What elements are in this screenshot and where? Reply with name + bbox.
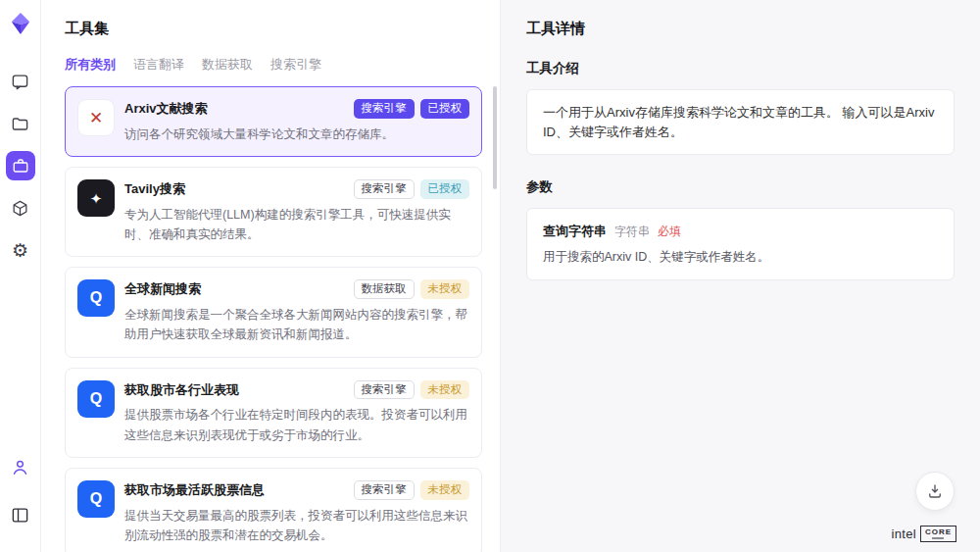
auth-status-badge: 未授权 <box>420 380 470 400</box>
tool-icon <box>77 380 115 418</box>
intel-core-logo: intel CORE <box>892 526 956 543</box>
auth-status-badge: 未授权 <box>420 480 470 500</box>
category-badge: 搜索引擎 <box>354 99 415 119</box>
category-badge: 搜索引擎 <box>354 380 415 400</box>
app-logo-icon <box>10 12 31 35</box>
intro-section-title: 工具介绍 <box>526 60 955 77</box>
parameter-type: 字符串 <box>614 224 650 240</box>
required-badge: 必填 <box>658 224 681 240</box>
tool-name: Tavily搜索 <box>124 180 185 198</box>
tool-card[interactable]: 获取股市各行业表现 搜索引擎 未授权 提供股票市场各个行业在特定时间段内的表现。… <box>65 368 482 458</box>
core-badge: CORE <box>920 526 956 543</box>
tool-icon <box>77 179 115 217</box>
folder-icon[interactable] <box>6 109 35 138</box>
gear-icon[interactable]: ⚙ <box>6 235 35 265</box>
category-badge: 搜索引擎 <box>354 480 415 500</box>
briefcase-icon[interactable] <box>6 151 35 180</box>
cube-icon[interactable] <box>6 193 35 223</box>
tab-search-engine[interactable]: 搜索引擎 <box>270 56 321 74</box>
parameter-name: 查询字符串 <box>543 223 607 240</box>
app-window: ⚙ 工具集 所有类别 语言翻译 数据获取 搜索引擎 <box>0 0 980 552</box>
category-tabs: 所有类别 语言翻译 数据获取 搜索引擎 <box>65 56 482 74</box>
tool-card[interactable]: Arxiv文献搜索 搜索引擎 已授权 访问各个研究领域大量科学论文和文章的存储库… <box>65 86 482 157</box>
auth-status-badge: 已授权 <box>420 179 470 199</box>
tool-description: 访问各个研究领域大量科学论文和文章的存储库。 <box>124 125 469 144</box>
rail-bottom <box>6 452 35 542</box>
tab-language-translate[interactable]: 语言翻译 <box>133 56 184 74</box>
core-badge-subtext <box>932 537 944 539</box>
tool-description: 专为人工智能代理(LLM)构建的搜索引擎工具，可快速提供实时、准确和真实的结果。 <box>124 205 469 245</box>
tool-name: 全球新闻搜索 <box>124 280 201 298</box>
tool-list-panel: 工具集 所有类别 语言翻译 数据获取 搜索引擎 Arxiv文献搜索 搜索引擎 已… <box>41 0 500 552</box>
tool-name: 获取股市各行业表现 <box>124 381 239 399</box>
tool-name: 获取市场最活跃股票信息 <box>124 481 265 499</box>
tab-data-fetch[interactable]: 数据获取 <box>202 56 253 74</box>
auth-status-badge: 已授权 <box>420 99 470 119</box>
tool-description: 提供当天交易量最高的股票列表，投资者可以利用这些信息来识别流动性强的股票和潜在的… <box>124 506 469 546</box>
tool-list: Arxiv文献搜索 搜索引擎 已授权 访问各个研究领域大量科学论文和文章的存储库… <box>65 86 482 552</box>
tool-name: Arxiv文献搜索 <box>124 100 208 118</box>
tool-card[interactable]: 获取市场最活跃股票信息 搜索引擎 未授权 提供当天交易量最高的股票列表，投资者可… <box>65 468 482 552</box>
tool-description: 全球新闻搜索是一个聚合全球各大新闻网站内容的搜索引擎，帮助用户快速获取全球最新资… <box>124 305 469 345</box>
auth-status-badge: 未授权 <box>420 279 470 299</box>
tool-intro-text: 一个用于从Arxiv存储库搜索科学论文和文章的工具。 输入可以是Arxiv ID… <box>543 105 934 139</box>
page-title: 工具集 <box>65 20 482 38</box>
parameter-header: 查询字符串 字符串 必填 <box>543 223 938 240</box>
tool-detail-panel: 工具详情 工具介绍 一个用于从Arxiv存储库搜索科学论文和文章的工具。 输入可… <box>500 0 980 552</box>
parameter-description: 用于搜索的Arxiv ID、关键字或作者姓名。 <box>543 249 938 266</box>
detail-title: 工具详情 <box>526 20 955 38</box>
layout-panel-icon[interactable] <box>6 500 35 529</box>
tool-card[interactable]: Tavily搜索 搜索引擎 已授权 专为人工智能代理(LLM)构建的搜索引擎工具… <box>65 167 482 257</box>
left-rail: ⚙ <box>0 0 41 552</box>
parameter-card: 查询字符串 字符串 必填 用于搜索的Arxiv ID、关键字或作者姓名。 <box>526 208 955 280</box>
tool-intro-box: 一个用于从Arxiv存储库搜索科学论文和文章的工具。 输入可以是Arxiv ID… <box>526 89 955 155</box>
tool-icon <box>77 279 115 317</box>
tool-icon <box>77 480 115 518</box>
category-badge: 搜索引擎 <box>354 179 415 199</box>
tool-icon <box>77 99 115 136</box>
tab-all-categories[interactable]: 所有类别 <box>65 56 116 74</box>
download-button[interactable] <box>915 472 955 511</box>
chat-icon[interactable] <box>6 67 35 96</box>
download-icon <box>926 482 944 500</box>
tool-description: 提供股票市场各个行业在特定时间段内的表现。投资者可以利用这些信息来识别表现优于或… <box>124 405 469 445</box>
scrollbar-thumb[interactable] <box>493 86 497 189</box>
user-icon[interactable] <box>6 452 35 481</box>
category-badge: 数据获取 <box>354 279 415 299</box>
params-section-title: 参数 <box>526 178 955 196</box>
tool-card[interactable]: 全球新闻搜索 数据获取 未授权 全球新闻搜索是一个聚合全球各大新闻网站内容的搜索… <box>65 267 482 357</box>
intel-wordmark: intel <box>892 527 916 541</box>
